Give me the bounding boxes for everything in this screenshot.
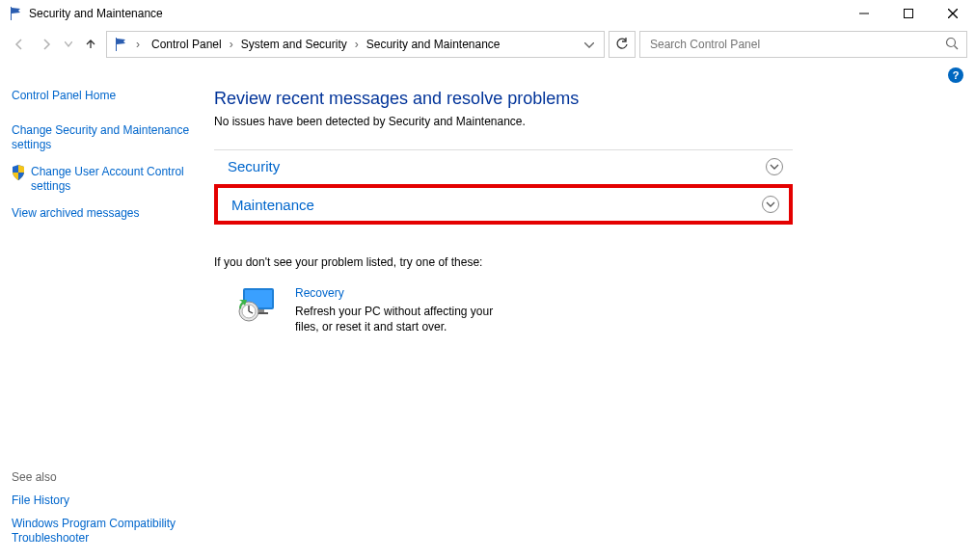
security-label: Security [228, 158, 766, 174]
maintenance-highlight: Maintenance [214, 184, 793, 225]
breadcrumb-item[interactable]: Control Panel [148, 36, 226, 53]
breadcrumb-item[interactable]: System and Security [237, 36, 351, 53]
recovery-text: Recovery Refresh your PC without affecti… [295, 286, 507, 334]
status-text: No issues have been detected by Security… [214, 115, 963, 128]
sidebar-link-archived[interactable]: View archived messages [12, 206, 204, 222]
window-title: Security and Maintenance [29, 7, 163, 20]
recovery-desc: Refresh your PC without affecting your f… [295, 304, 507, 334]
chevron-right-icon[interactable]: › [228, 38, 235, 51]
security-section[interactable]: Security [214, 149, 793, 182]
see-also-label: See also [12, 470, 204, 484]
shield-icon [12, 165, 25, 195]
up-button[interactable] [79, 33, 102, 56]
sidebar-link-uac-settings[interactable]: Change User Account Control settings [12, 165, 204, 195]
search-icon[interactable] [945, 37, 959, 53]
close-button[interactable] [931, 0, 975, 27]
recovery-block: Recovery Refresh your PC without affecti… [214, 286, 963, 334]
main-panel: Review recent messages and resolve probl… [204, 83, 963, 560]
chevron-right-icon[interactable]: › [134, 38, 142, 51]
sidebar-link-security-settings[interactable]: Change Security and Maintenance settings [12, 123, 204, 153]
svg-point-6 [947, 38, 956, 46]
sidebar-link-label: Change User Account Control settings [31, 165, 204, 195]
prompt-text: If you don't see your problem listed, tr… [214, 255, 963, 269]
address-bar[interactable]: › Control Panel › System and Security › … [106, 31, 605, 58]
forward-button[interactable] [35, 33, 58, 56]
title-bar: Security and Maintenance [0, 0, 975, 27]
sidebar: Control Panel Home Change Security and M… [12, 83, 204, 560]
breadcrumb: Control Panel › System and Security › Se… [148, 36, 575, 53]
refresh-button[interactable] [609, 31, 636, 58]
flag-icon [8, 6, 23, 21]
chevron-down-icon[interactable] [766, 158, 783, 175]
recovery-link[interactable]: Recovery [295, 286, 507, 300]
sidebar-see-also: See also File History Windows Program Co… [12, 470, 204, 547]
chevron-right-icon[interactable]: › [353, 38, 361, 51]
help-row: ? [0, 62, 975, 83]
help-icon[interactable]: ? [948, 67, 963, 83]
svg-rect-2 [905, 10, 913, 18]
page-heading: Review recent messages and resolve probl… [214, 89, 963, 109]
content: Control Panel Home Change Security and M… [0, 83, 975, 560]
address-dropdown[interactable] [581, 38, 598, 51]
search-input[interactable] [648, 37, 945, 52]
svg-rect-5 [116, 38, 117, 51]
see-also-compat-troubleshooter[interactable]: Windows Program Compatibility Troublesho… [12, 517, 204, 547]
minimize-button[interactable] [842, 0, 886, 27]
chevron-down-icon[interactable] [762, 196, 779, 213]
maintenance-section[interactable]: Maintenance [218, 188, 789, 221]
maximize-button[interactable] [886, 0, 931, 27]
svg-rect-0 [11, 7, 12, 20]
window-controls [842, 0, 975, 27]
toolbar: › Control Panel › System and Security › … [0, 27, 975, 62]
recent-dropdown[interactable] [62, 33, 75, 56]
search-box[interactable] [639, 31, 967, 58]
see-also-file-history[interactable]: File History [12, 493, 204, 509]
svg-line-7 [955, 45, 959, 49]
control-panel-home-link[interactable]: Control Panel Home [12, 89, 204, 104]
back-button[interactable] [8, 33, 31, 56]
breadcrumb-item[interactable]: Security and Maintenance [363, 36, 504, 53]
maintenance-label: Maintenance [231, 197, 762, 213]
recovery-icon [235, 286, 278, 334]
flag-icon [113, 37, 128, 52]
